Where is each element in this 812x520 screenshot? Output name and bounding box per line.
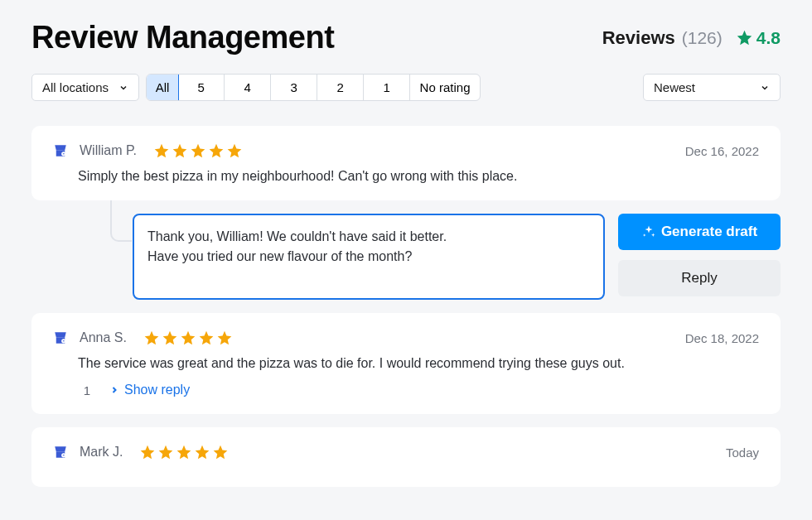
review-card: William P. Dec 16, 2022 Simply the best … bbox=[31, 126, 781, 200]
filter-4[interactable]: 4 bbox=[225, 75, 271, 100]
show-reply-link[interactable]: Show reply bbox=[109, 383, 190, 397]
reviewer-name: Mark J. bbox=[80, 445, 123, 460]
review-date: Dec 18, 2022 bbox=[685, 331, 759, 345]
filter-5[interactable]: 5 bbox=[178, 75, 225, 100]
filter-no-rating[interactable]: No rating bbox=[410, 75, 480, 100]
filter-all[interactable]: All bbox=[146, 74, 179, 101]
controls-row: All locations All 5 4 3 2 1 No rating Ne… bbox=[31, 74, 781, 101]
filter-2[interactable]: 2 bbox=[317, 75, 364, 100]
star-icon bbox=[190, 142, 206, 159]
review-date: Dec 16, 2022 bbox=[685, 144, 759, 158]
review-card: Mark J. Today bbox=[31, 427, 781, 487]
star-icon bbox=[153, 142, 170, 159]
sort-label: Newest bbox=[654, 80, 695, 94]
show-reply-label: Show reply bbox=[124, 383, 190, 397]
star-rating bbox=[153, 142, 243, 159]
star-icon bbox=[216, 330, 233, 346]
star-icon bbox=[180, 330, 196, 346]
review-stats: Reviews (126) 4.8 bbox=[602, 27, 781, 49]
review-card: Anna S. Dec 18, 2022 The service was gre… bbox=[31, 313, 781, 414]
generate-label: Generate draft bbox=[661, 224, 757, 240]
chevron-down-icon bbox=[760, 83, 770, 93]
page-title: Review Management bbox=[31, 20, 334, 55]
star-icon bbox=[143, 330, 160, 346]
star-icon bbox=[157, 444, 174, 460]
filter-1[interactable]: 1 bbox=[364, 75, 410, 100]
reviewer-name: William P. bbox=[80, 143, 137, 158]
rating-filter: All 5 4 3 2 1 No rating bbox=[146, 74, 481, 101]
rating-badge: 4.8 bbox=[736, 28, 781, 48]
review-text: The service was great and the pizza was … bbox=[78, 356, 759, 371]
review-date: Today bbox=[726, 445, 759, 460]
star-icon bbox=[208, 142, 225, 159]
page-header: Review Management Reviews (126) 4.8 bbox=[31, 20, 781, 55]
google-business-icon bbox=[53, 330, 68, 345]
rating-value: 4.8 bbox=[756, 28, 781, 48]
reply-button[interactable]: Reply bbox=[618, 260, 781, 296]
generate-draft-button[interactable]: Generate draft bbox=[618, 214, 781, 250]
star-icon bbox=[226, 142, 243, 159]
reviews-label: Reviews bbox=[602, 27, 675, 49]
reviewer-name: Anna S. bbox=[80, 330, 127, 345]
star-icon bbox=[139, 444, 156, 460]
filter-3[interactable]: 3 bbox=[271, 75, 317, 100]
reply-connector bbox=[110, 200, 132, 242]
reply-count: 1 bbox=[78, 383, 96, 397]
review-text: Simply the best pizza in my neighbourhoo… bbox=[78, 169, 759, 184]
chevron-right-icon bbox=[109, 385, 119, 395]
location-select[interactable]: All locations bbox=[31, 74, 139, 101]
star-icon bbox=[172, 142, 188, 159]
star-rating bbox=[139, 444, 229, 460]
reply-area: Generate draft Reply bbox=[31, 214, 781, 300]
reviews-count: (126) bbox=[682, 28, 723, 48]
star-icon bbox=[212, 444, 229, 460]
star-icon bbox=[736, 29, 753, 46]
google-business-icon bbox=[53, 143, 68, 158]
sort-select[interactable]: Newest bbox=[643, 74, 781, 101]
star-icon bbox=[198, 330, 215, 346]
star-icon bbox=[176, 444, 192, 460]
chevron-down-icon bbox=[118, 83, 128, 93]
star-rating bbox=[143, 330, 233, 346]
google-business-icon bbox=[53, 445, 68, 460]
star-icon bbox=[162, 330, 178, 346]
sparkle-icon bbox=[641, 224, 656, 239]
star-icon bbox=[194, 444, 210, 460]
reply-textarea[interactable] bbox=[133, 214, 605, 300]
location-label: All locations bbox=[42, 80, 109, 94]
